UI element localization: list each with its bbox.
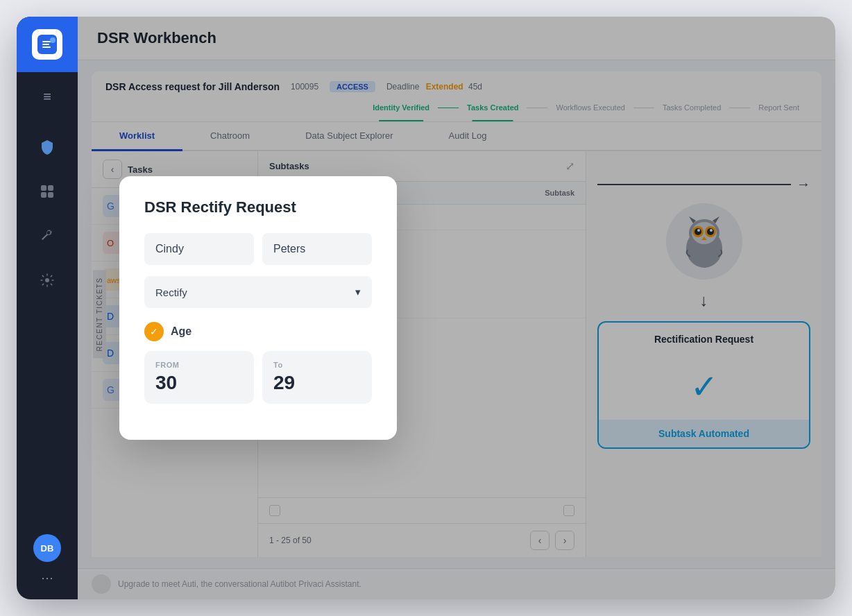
modal-overlay: DSR Rectify Request Cindy Peters Rectify…: [78, 17, 835, 599]
sidebar-logo[interactable]: [17, 17, 78, 72]
main-content: DSR Workbench RECENT TICKETS DSR Access …: [78, 17, 835, 599]
more-options-icon[interactable]: ⋯: [41, 570, 53, 585]
last-name-field[interactable]: Peters: [262, 233, 372, 265]
svg-rect-5: [48, 192, 53, 198]
from-label: FROM: [155, 361, 243, 369]
svg-rect-3: [48, 185, 53, 191]
age-to-field: To 29: [262, 351, 372, 404]
logo-icon: [32, 29, 62, 60]
age-label-row: ✓ Age: [144, 322, 372, 341]
sidebar-item-shield[interactable]: [28, 128, 67, 166]
svg-rect-2: [41, 185, 46, 191]
age-fields: FROM 30 To 29: [144, 351, 372, 404]
sidebar: ≡: [17, 17, 78, 599]
name-fields: Cindy Peters: [144, 233, 372, 265]
svg-point-6: [45, 278, 49, 282]
age-section: ✓ Age FROM 30 To 29: [144, 322, 372, 404]
sidebar-bottom: DB ⋯: [17, 534, 78, 599]
sidebar-item-tools[interactable]: [28, 216, 67, 255]
svg-rect-4: [41, 192, 46, 198]
user-avatar[interactable]: DB: [33, 534, 61, 562]
svg-point-1: [50, 37, 56, 43]
age-label: Age: [171, 325, 191, 338]
menu-icon[interactable]: ≡: [17, 79, 78, 114]
dsr-modal: DSR Rectify Request Cindy Peters Rectify…: [119, 176, 397, 440]
from-value[interactable]: 30: [155, 372, 243, 394]
sidebar-item-settings[interactable]: [28, 261, 67, 300]
age-check-icon: ✓: [144, 322, 164, 341]
to-value[interactable]: 29: [273, 372, 361, 394]
age-from-field: FROM 30: [144, 351, 254, 404]
request-type-select[interactable]: Rectify ▾: [144, 276, 372, 308]
first-name-field[interactable]: Cindy: [144, 233, 254, 265]
sidebar-item-grid[interactable]: [28, 172, 67, 211]
modal-title: DSR Rectify Request: [144, 198, 372, 216]
to-label: To: [273, 361, 361, 369]
sidebar-nav: [17, 114, 78, 534]
